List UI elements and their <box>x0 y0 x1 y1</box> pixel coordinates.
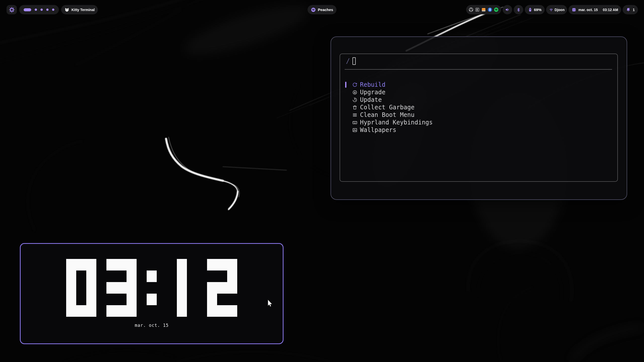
focused-window[interactable]: Kitty Terminal <box>61 5 98 14</box>
menu-item-label: Hyprland Keybindings <box>360 119 433 126</box>
launcher-panel: / Rebuild Upgra <box>331 36 627 200</box>
volume-control[interactable] <box>503 5 512 14</box>
calendar-icon <box>572 7 576 12</box>
menu-item-label: Rebuild <box>360 81 385 88</box>
focused-window-title: Kitty Terminal <box>71 8 95 12</box>
workspace-dot[interactable] <box>52 9 54 11</box>
menu-item-update[interactable]: Update <box>340 96 617 104</box>
media-title: Peaches <box>318 8 333 12</box>
mouse-cursor <box>268 300 273 307</box>
menu-item-rebuild[interactable]: Rebuild <box>340 81 617 88</box>
notifications[interactable]: 1 <box>623 5 638 14</box>
menu-item-hyprland-keybindings[interactable]: Hyprland Keybindings <box>340 119 617 126</box>
menu-item-clean-boot-menu[interactable]: Clean Boot Menu <box>340 111 617 119</box>
rebuild-icon <box>352 82 357 87</box>
menu-item-upgrade[interactable]: Upgrade <box>340 88 617 96</box>
battery-status[interactable]: 69% <box>525 5 545 14</box>
workspace-dot[interactable] <box>41 9 43 11</box>
divider <box>345 69 612 70</box>
workspace-dot[interactable] <box>46 9 49 11</box>
system-tray <box>466 5 501 14</box>
media-player[interactable]: Peaches <box>308 5 337 14</box>
wifi-icon <box>549 7 554 12</box>
notification-count: 1 <box>633 8 635 12</box>
update-icon <box>352 97 357 103</box>
obs-icon[interactable] <box>468 7 474 12</box>
image-icon <box>352 127 357 133</box>
search-prompt: / <box>346 57 350 65</box>
bar-time: 03:12 AM <box>603 8 618 12</box>
upgrade-icon <box>352 89 357 95</box>
bluetooth-icon <box>516 7 521 12</box>
keyboard-icon <box>352 120 357 125</box>
launcher-menu: Rebuild Upgrade Update <box>340 81 617 134</box>
k-app-icon[interactable] <box>475 7 480 12</box>
battery-icon <box>528 7 533 12</box>
search-input[interactable]: / <box>340 54 617 69</box>
clock-time <box>21 259 283 317</box>
menu-item-label: Update <box>360 96 382 103</box>
bar-date: mar. oct. 15 <box>578 8 598 12</box>
network-status[interactable]: Djoon <box>546 5 567 14</box>
clock-date: mar. oct. 15 <box>21 323 283 328</box>
trash-icon <box>352 105 357 110</box>
bell-icon <box>626 7 631 12</box>
spotify-icon[interactable] <box>494 7 499 12</box>
files-icon[interactable] <box>481 7 486 12</box>
wifi-ssid: Djoon <box>555 8 565 12</box>
menu-item-label: Wallpapers <box>360 126 396 133</box>
status-bar: Kitty Terminal Peaches <box>0 0 644 19</box>
launcher-button[interactable] <box>7 5 17 14</box>
spotify-icon <box>311 7 316 12</box>
menu-item-label: Upgrade <box>360 89 385 96</box>
clock-widget: mar. oct. 15 <box>20 243 284 344</box>
bluetooth-icon[interactable] <box>487 7 493 12</box>
cat-icon <box>64 7 69 12</box>
menu-item-label: Clean Boot Menu <box>360 111 415 118</box>
menu-item-wallpapers[interactable]: Wallpapers <box>340 126 617 134</box>
datetime[interactable]: mar. oct. 15 03:12 AM <box>569 5 621 14</box>
launcher-box: / Rebuild Upgra <box>340 54 618 182</box>
speaker-icon <box>505 7 510 12</box>
selection-indicator <box>345 82 346 88</box>
workspace-pill-active[interactable] <box>24 8 31 11</box>
workspace-dot[interactable] <box>35 9 37 11</box>
battery-level: 69% <box>534 8 542 12</box>
text-cursor <box>352 57 356 65</box>
nix-gear-icon <box>9 7 15 13</box>
menu-item-collect-garbage[interactable]: Collect Garbage <box>340 104 617 111</box>
menu-item-label: Collect Garbage <box>360 104 415 111</box>
list-icon <box>352 112 357 118</box>
bluetooth-control[interactable] <box>514 5 523 14</box>
workspaces[interactable] <box>19 5 59 14</box>
